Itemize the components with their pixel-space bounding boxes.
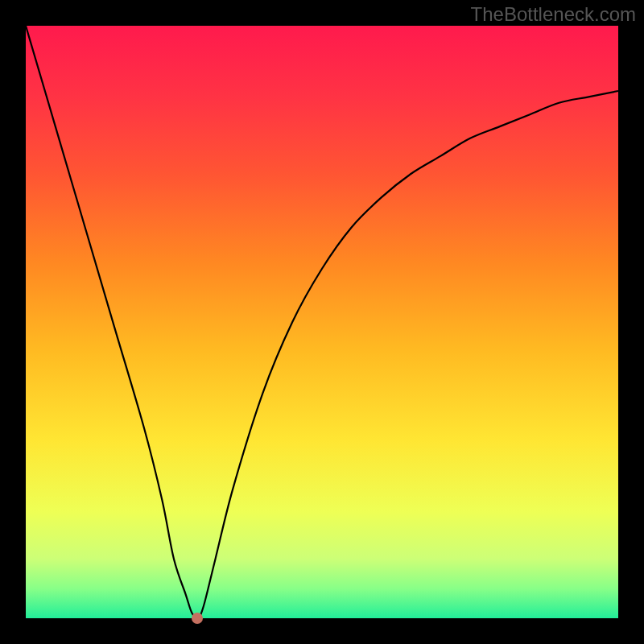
- plot-area: [26, 26, 618, 618]
- chart-container: TheBottleneck.com: [0, 0, 644, 644]
- curve-layer: [26, 26, 618, 618]
- bottleneck-curve: [26, 26, 618, 618]
- watermark-text: TheBottleneck.com: [471, 3, 636, 26]
- optimal-point-marker: [192, 613, 203, 624]
